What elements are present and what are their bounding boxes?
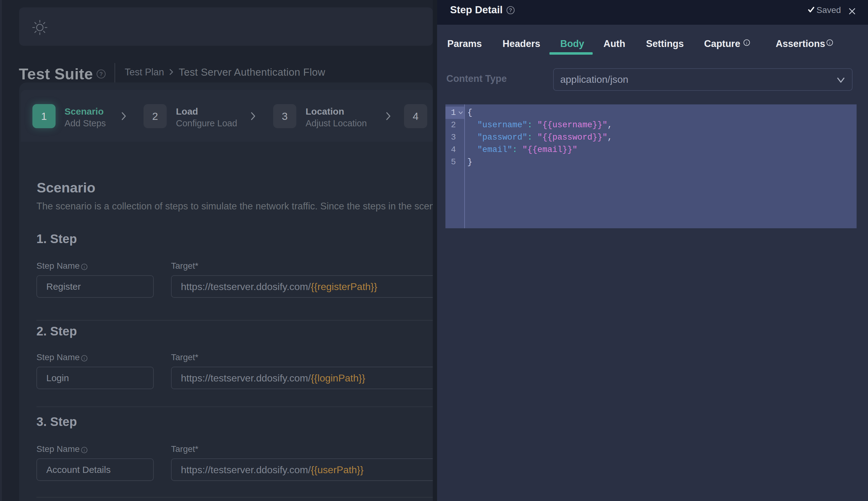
svg-text:i: i — [829, 41, 830, 45]
svg-text:?: ? — [99, 71, 103, 77]
svg-text:?: ? — [509, 8, 512, 13]
svg-text:i: i — [84, 356, 85, 361]
svg-text:i: i — [84, 265, 85, 269]
svg-text:i: i — [84, 448, 85, 452]
svg-text:i: i — [746, 41, 747, 45]
